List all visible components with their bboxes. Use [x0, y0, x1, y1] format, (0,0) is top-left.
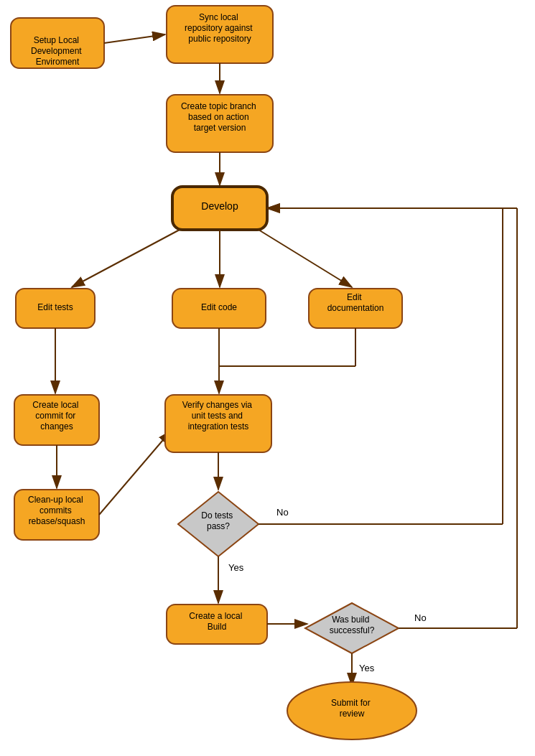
verify-label: Verify changes via unit tests and integr… [182, 400, 255, 431]
arrow-develop-tests [72, 230, 180, 287]
arrow-setup-sync [104, 34, 165, 43]
no2-label: No [414, 612, 427, 623]
edit-tests-label: Edit tests [37, 302, 73, 312]
yes2-label: Yes [359, 663, 375, 673]
arrow-cleanup-verify [99, 431, 171, 515]
setup-label: Setup Local Development Enviroment [31, 35, 84, 67]
edit-code-label: Edit code [201, 302, 237, 312]
develop-label: Develop [201, 200, 238, 212]
arrow-develop-docs [259, 230, 352, 287]
build-success-label: Was build successful? [330, 615, 375, 635]
yes1-label: Yes [228, 562, 244, 573]
no1-label: No [276, 507, 289, 518]
